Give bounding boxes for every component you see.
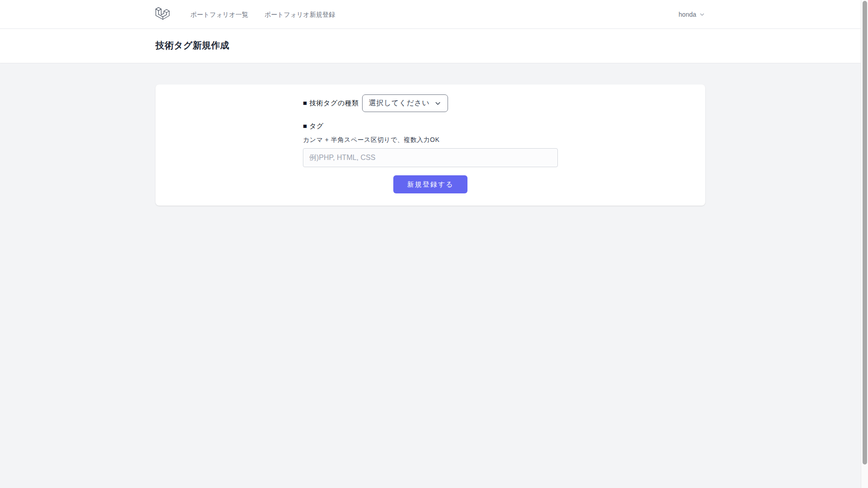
tag-type-row: ■ 技術タグの種類 選択してください: [303, 94, 558, 112]
vertical-scrollbar-thumb[interactable]: [863, 1, 867, 465]
form-card: ■ 技術タグの種類 選択してください ■ タグ カンマ + 半角スペース区切りで…: [156, 84, 705, 206]
browser-viewport: ポートフォリオ一覧 ポートフォリオ新規登録 honda 技術タグ新規作成: [0, 0, 861, 488]
tag-create-form: ■ 技術タグの種類 選択してください ■ タグ カンマ + 半角スペース区切りで…: [303, 94, 558, 193]
tag-label: ■ タグ: [303, 122, 324, 130]
submit-button[interactable]: 新規登録する: [393, 175, 468, 193]
nav-link-portfolio-new[interactable]: ポートフォリオ新規登録: [264, 0, 335, 29]
main-content: ■ 技術タグの種類 選択してください ■ タグ カンマ + 半角スペース区切りで…: [0, 63, 861, 206]
nav-link-portfolio-list[interactable]: ポートフォリオ一覧: [190, 0, 248, 29]
user-menu-trigger[interactable]: honda: [679, 11, 705, 18]
vertical-scrollbar[interactable]: [861, 0, 868, 488]
tag-type-label: ■ 技術タグの種類: [303, 99, 359, 108]
chevron-down-icon: [434, 99, 442, 107]
laravel-logo[interactable]: [156, 7, 170, 22]
chevron-down-icon: [699, 11, 705, 18]
tag-type-select-value: 選択してください: [369, 99, 429, 108]
tag-type-select[interactable]: 選択してください: [362, 94, 448, 112]
nav-links: ポートフォリオ一覧 ポートフォリオ新規登録: [190, 0, 335, 29]
tag-input-hint: カンマ + 半角スペース区切りで、複数入力OK: [303, 136, 558, 144]
page-title: 技術タグ新規作成: [156, 39, 705, 52]
top-nav: ポートフォリオ一覧 ポートフォリオ新規登録 honda: [0, 0, 861, 29]
page-header: 技術タグ新規作成: [0, 29, 861, 63]
tag-input[interactable]: [303, 148, 558, 167]
user-name: honda: [679, 11, 696, 18]
laravel-logo-icon: [156, 7, 170, 22]
